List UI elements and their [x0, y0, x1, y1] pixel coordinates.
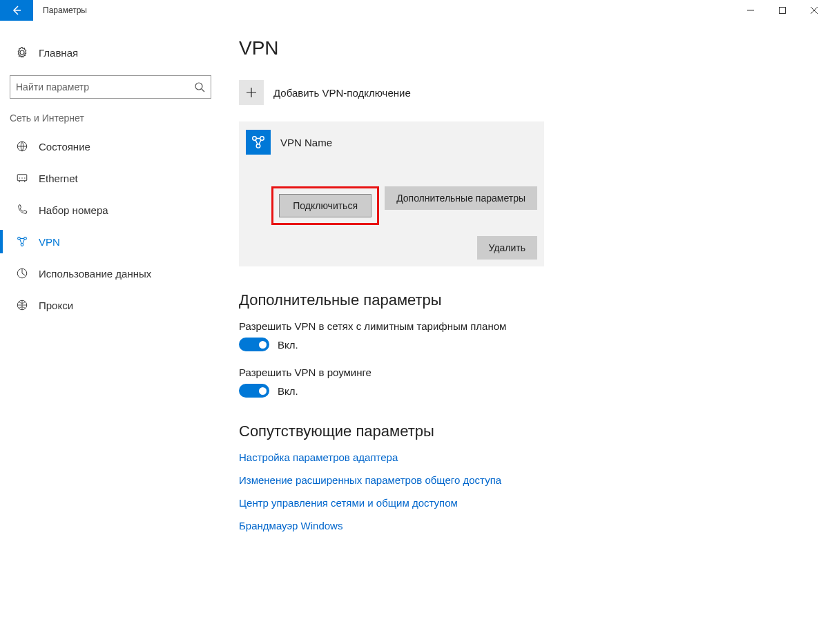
svg-point-6: [21, 244, 23, 246]
close-button[interactable]: [798, 0, 830, 21]
vpn-icon: [15, 235, 29, 248]
titlebar: Параметры: [0, 0, 830, 21]
connect-highlight: Подключиться: [271, 186, 379, 225]
close-icon: [811, 7, 818, 14]
search-icon: [194, 81, 205, 92]
gear-icon: [15, 46, 29, 59]
phone-icon: [15, 203, 29, 217]
related-heading: Сопутствующие параметры: [239, 422, 813, 440]
sidebar-section-label: Сеть и Интернет: [0, 108, 221, 130]
minimize-icon: [747, 7, 754, 14]
roaming-toggle-state: Вкл.: [278, 385, 298, 397]
search-field[interactable]: [10, 75, 211, 99]
data-usage-icon: [15, 266, 29, 280]
vpn-card-header: VPN Name: [246, 130, 537, 155]
sidebar-item-vpn[interactable]: VPN: [0, 226, 221, 257]
sidebar-item-proxy[interactable]: Прокси: [0, 289, 221, 321]
roaming-toggle[interactable]: [239, 384, 269, 398]
window-title: Параметры: [43, 6, 87, 15]
metered-label: Разрешить VPN в сетях с лимитным тарифны…: [239, 320, 813, 332]
metered-toggle-state: Вкл.: [278, 339, 298, 351]
vpn-connection-card[interactable]: VPN Name Подключиться Дополнительные пар…: [239, 121, 544, 266]
link-firewall[interactable]: Брандмауэр Windows: [239, 520, 813, 531]
sidebar-item-label: Состояние: [39, 141, 90, 153]
back-button[interactable]: [0, 0, 33, 21]
sidebar-item-label: Ethernet: [39, 173, 78, 184]
proxy-icon: [15, 298, 29, 312]
arrow-left-icon: [11, 5, 22, 16]
sidebar-item-label: Прокси: [39, 300, 73, 311]
roaming-label: Разрешить VPN в роуминге: [239, 367, 813, 378]
svg-point-11: [256, 144, 260, 148]
vpn-tile-icon: [246, 130, 271, 155]
link-adapter-settings[interactable]: Настройка параметров адаптера: [239, 451, 813, 463]
svg-rect-0: [780, 8, 786, 14]
connect-button[interactable]: Подключиться: [279, 194, 371, 217]
plus-icon: [239, 80, 264, 105]
sidebar-item-status[interactable]: Состояние: [0, 130, 221, 162]
sidebar-item-label: Использование данных: [39, 268, 151, 280]
maximize-icon: [779, 7, 786, 14]
page-title: VPN: [239, 37, 813, 59]
sidebar-item-data-usage[interactable]: Использование данных: [0, 257, 221, 289]
sidebar-item-label: VPN: [39, 236, 60, 248]
vpn-name: VPN Name: [280, 137, 332, 148]
svg-point-1: [195, 83, 202, 90]
advanced-heading: Дополнительные параметры: [239, 291, 813, 309]
maximize-button[interactable]: [766, 0, 798, 21]
search-input[interactable]: [16, 81, 194, 92]
content: VPN Добавить VPN-подключение VPN Name По…: [221, 21, 830, 644]
window-controls: [735, 0, 830, 21]
svg-rect-3: [17, 175, 27, 181]
link-network-center[interactable]: Центр управления сетями и общим доступом: [239, 497, 813, 509]
link-advanced-sharing[interactable]: Изменение расширенных параметров общего …: [239, 474, 813, 486]
home-label: Главная: [39, 47, 78, 59]
sidebar-item-label: Набор номера: [39, 204, 108, 216]
metered-toggle[interactable]: [239, 338, 269, 351]
advanced-options-button[interactable]: Дополнительные параметры: [385, 186, 537, 210]
add-vpn-row[interactable]: Добавить VPN-подключение: [239, 80, 813, 105]
sidebar-item-ethernet[interactable]: Ethernet: [0, 162, 221, 194]
home-nav[interactable]: Главная: [0, 38, 221, 67]
delete-button[interactable]: Удалить: [477, 236, 537, 260]
minimize-button[interactable]: [735, 0, 766, 21]
sidebar: Главная Сеть и Интернет Состояние Ethern…: [0, 21, 221, 644]
globe-icon: [15, 139, 29, 153]
ethernet-icon: [15, 171, 29, 185]
sidebar-item-dialup[interactable]: Набор номера: [0, 194, 221, 226]
add-vpn-label: Добавить VPN-подключение: [273, 87, 411, 99]
